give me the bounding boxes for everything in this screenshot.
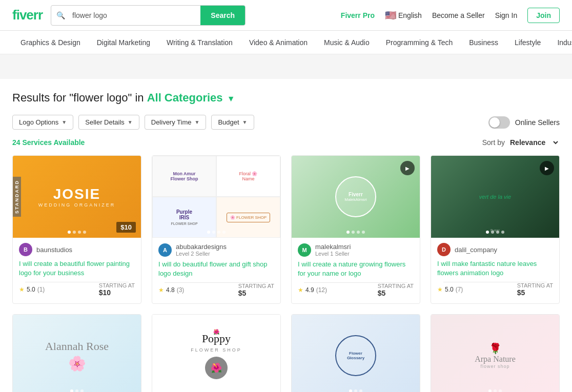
logo-options-label: Logo Options xyxy=(19,118,58,126)
poppy-name-text: 🌺 Poppy xyxy=(202,332,231,345)
seller-row-3: M malekalmsri Level 1 Seller xyxy=(298,243,414,257)
play-icon-3[interactable]: ▶ xyxy=(400,161,415,175)
flower-cell-1: Mon AmurFlower Shop xyxy=(152,156,216,197)
online-sellers-filter: Online Sellers xyxy=(488,116,560,129)
star-icon-1: ★ xyxy=(19,286,25,293)
online-sellers-label: Online Sellers xyxy=(515,118,560,127)
josie-sub: WEDDING ORGANIZER xyxy=(38,202,116,208)
card-image-1: STANDARD JOSIE WEDDING ORGANIZER $10 xyxy=(13,156,141,238)
nav-item-writing[interactable]: Writing & Translation xyxy=(158,31,241,54)
service-card-1[interactable]: STANDARD JOSIE WEDDING ORGANIZER $10 B b… xyxy=(12,155,141,304)
starting-at-label-3: STARTING AT xyxy=(378,283,414,289)
dot-5-1 xyxy=(70,389,73,392)
card-title-2[interactable]: I will do beautiful flower and gift shop… xyxy=(158,260,274,278)
service-card-6[interactable]: 🌺 Poppy FLOWER SHOP 🌺 xyxy=(152,314,281,392)
dot-8-2 xyxy=(494,389,497,392)
fiverr-pro-link[interactable]: Fiverr Pro xyxy=(341,11,375,19)
nav-item-video[interactable]: Video & Animation xyxy=(241,31,316,54)
dot-6-2 xyxy=(215,389,218,392)
card-image-7: FlowerGlossary xyxy=(292,315,420,392)
fiverr-circle-text: Fiverr xyxy=(349,192,363,197)
product-grid-row2: Alannah Rose 🌸 🌺 Poppy FLOWER SHO xyxy=(12,314,560,392)
rating-value-1: 5.0 xyxy=(27,286,35,293)
nav-item-digital-marketing[interactable]: Digital Marketing xyxy=(89,31,158,54)
language-selector[interactable]: 🇺🇸 English xyxy=(385,10,422,21)
dot-3-2 xyxy=(352,231,355,234)
dot-6-1 xyxy=(210,389,213,392)
results-title: Results for "flower logo" in All Categor… xyxy=(12,91,560,105)
rating-2: ★ 4.8 (3) xyxy=(158,286,184,294)
starting-price-2: $5 xyxy=(238,289,274,297)
service-card-3[interactable]: Fiverr MalekAlmsri ▶ M male xyxy=(291,155,420,304)
glossary-circle: FlowerGlossary xyxy=(335,335,376,376)
dot-8-3 xyxy=(499,389,502,392)
dot-indicators-3 xyxy=(346,231,365,234)
main-nav: Graphics & Design Digital Marketing Writ… xyxy=(0,31,572,54)
play-icon-4[interactable]: ▶ xyxy=(540,161,554,175)
star-icon-4: ★ xyxy=(437,286,443,293)
rating-value-4: 5.0 xyxy=(445,286,454,293)
josie-text: JOSIE xyxy=(53,186,100,202)
avatar-4: D xyxy=(437,243,451,256)
search-button[interactable]: Search xyxy=(200,6,245,25)
arpa-sub-text: flower shop xyxy=(480,364,509,369)
search-input[interactable] xyxy=(70,7,200,24)
nav-item-music[interactable]: Music & Audio xyxy=(316,31,378,54)
card-bg-6: 🌺 Poppy FLOWER SHOP 🌺 xyxy=(152,315,280,392)
card-bg-8: 🌹 Arpa Nature flower shop xyxy=(431,315,559,392)
dot-4-4 xyxy=(501,231,504,234)
alannah-rose-text: Alannah Rose xyxy=(45,340,109,353)
nav-item-business[interactable]: Business xyxy=(461,31,506,54)
seller-row-2: A abubakardesigns Level 2 Seller xyxy=(158,243,274,257)
budget-filter[interactable]: Budget ▼ xyxy=(211,115,254,130)
logo-options-filter[interactable]: Logo Options ▼ xyxy=(12,115,73,130)
become-seller-link[interactable]: Become a Seller xyxy=(432,11,485,19)
card-footer-3: ★ 4.9 (12) STARTING AT $5 xyxy=(298,283,414,297)
dot-2 xyxy=(73,231,76,234)
toggle-knob xyxy=(489,117,500,128)
online-sellers-toggle[interactable] xyxy=(488,116,510,129)
poppy-icon: 🌺 xyxy=(211,362,222,374)
fiverr-logo-overlay: Fiverr MalekAlmsri xyxy=(335,176,376,217)
service-card-5[interactable]: Alannah Rose 🌸 xyxy=(12,314,141,392)
sign-in-link[interactable]: Sign In xyxy=(495,11,518,19)
card-body-4: D dalil_company I will make fantastic na… xyxy=(431,238,559,303)
flower-shop-text: 🌸 FLOWER SHOP xyxy=(227,213,270,222)
seller-level-2: Level 2 Seller xyxy=(176,251,227,257)
fiverr-logo[interactable]: fiverr xyxy=(12,7,43,23)
star-icon-3: ★ xyxy=(298,286,303,294)
service-card-8[interactable]: 🌹 Arpa Nature flower shop xyxy=(431,314,560,392)
category-caret-icon[interactable]: ▼ xyxy=(227,94,235,103)
sort-select[interactable]: Relevance Best Selling Newest xyxy=(508,138,560,147)
language-label: English xyxy=(398,11,422,19)
seller-row-1: B baunstudios xyxy=(19,243,135,256)
service-card-4[interactable]: vert de la vie ▶ fiverr D dalil_company xyxy=(431,155,560,304)
arpa-flower: 🌹 xyxy=(489,342,502,355)
rating-1: ★ 5.0 (1) xyxy=(19,286,45,293)
card-image-4: vert de la vie ▶ fiverr xyxy=(431,156,559,238)
poppy-circle: 🌺 xyxy=(205,357,228,379)
nav-item-graphics[interactable]: Graphics & Design xyxy=(12,31,89,54)
service-card-2[interactable]: Mon AmurFlower Shop Floral 🌸Name PurpleI… xyxy=(152,155,281,304)
nav-item-lifestyle[interactable]: Lifestyle xyxy=(506,31,549,54)
dot-1 xyxy=(68,231,71,234)
product-grid: STANDARD JOSIE WEDDING ORGANIZER $10 B b… xyxy=(12,155,560,304)
delivery-time-filter[interactable]: Delivery Time ▼ xyxy=(145,115,207,130)
card-title-4[interactable]: I will make fantastic nature leaves flow… xyxy=(437,259,553,278)
search-bar: 🔍 Search xyxy=(51,5,246,26)
nav-item-industries[interactable]: Industries xyxy=(549,31,572,54)
card-body-3: M malekalmsri Level 1 Seller I will crea… xyxy=(292,238,420,303)
count-number: 24 xyxy=(12,138,21,147)
budget-label: Budget xyxy=(218,118,239,126)
service-card-7[interactable]: FlowerGlossary xyxy=(291,314,420,392)
dot-3-1 xyxy=(346,231,350,234)
card-title-3[interactable]: I will create a nature growing flowers f… xyxy=(298,260,414,278)
category-link[interactable]: All Categories xyxy=(147,91,223,104)
seller-details-filter[interactable]: Seller Details ▼ xyxy=(78,115,139,130)
nav-item-programming[interactable]: Programming & Tech xyxy=(378,31,461,54)
rating-count-1: (1) xyxy=(37,286,45,293)
card-title-1[interactable]: I will create a beautiful flower paintin… xyxy=(19,259,135,278)
join-button[interactable]: Join xyxy=(527,8,560,23)
malek-text: MalekAlmsri xyxy=(344,197,367,202)
price-section-2: STARTING AT $5 xyxy=(238,283,274,297)
